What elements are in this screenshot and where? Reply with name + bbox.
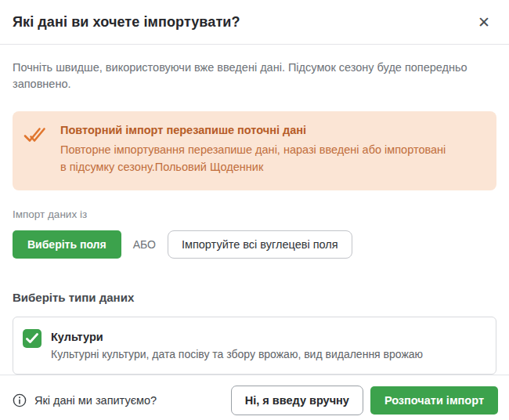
crops-checkbox[interactable] <box>23 329 42 348</box>
page-title: Які дані ви хочете імпортувати? <box>13 14 240 31</box>
import-from-label: Імпорт даних із <box>13 208 496 220</box>
start-import-button[interactable]: Розпочати імпорт <box>370 386 498 415</box>
warning-title: Повторний імпорт перезапише поточні дані <box>60 124 449 136</box>
warning-content: Повторний імпорт перезапише поточні дані… <box>60 124 449 176</box>
modal-header: Які дані ви хочете імпортувати? ✕ <box>0 0 509 45</box>
close-icon[interactable]: ✕ <box>470 8 498 36</box>
warning-text: Повторне імпортування перезапише дані, н… <box>60 142 449 176</box>
what-data-help-link[interactable]: Які дані ми запитуємо? <box>13 393 157 407</box>
footer-buttons: Ні, я введу вручну Розпочати імпорт <box>231 386 498 415</box>
select-fields-button[interactable]: Виберіть поля <box>13 230 121 259</box>
import-all-carbon-fields-button[interactable]: Імпортуйте всі вуглецеві поля <box>168 230 352 259</box>
import-data-modal: Які дані ви хочете імпортувати? ✕ Почніт… <box>0 0 509 420</box>
modal-body: Почніть швидше, використовуючи вже введе… <box>0 45 509 375</box>
overwrite-warning-banner: Повторний імпорт перезапише поточні дані… <box>13 111 496 190</box>
data-type-crops-item[interactable]: Культури Культурні культури, дата посіву… <box>13 317 496 375</box>
intro-text: Почніть швидше, використовуючи вже введе… <box>13 60 489 92</box>
check-icon <box>26 333 38 344</box>
import-source-row: Виберіть поля АБО Імпортуйте всі вуглеце… <box>13 230 496 259</box>
data-types-heading: Виберіть типи даних <box>13 291 496 304</box>
data-type-description: Культурні культури, дата посіву та збору… <box>51 348 423 360</box>
data-type-label: Культури <box>51 329 423 343</box>
double-check-icon <box>23 124 47 176</box>
modal-footer: Які дані ми запитуємо? Ні, я введу вручн… <box>0 375 509 420</box>
info-icon <box>13 393 27 407</box>
or-label: АБО <box>133 238 156 251</box>
data-type-texts: Культури Культурні культури, дата посіву… <box>51 329 423 360</box>
help-link-label: Які дані ми запитуємо? <box>34 394 157 407</box>
manual-entry-button[interactable]: Ні, я введу вручну <box>231 386 363 415</box>
